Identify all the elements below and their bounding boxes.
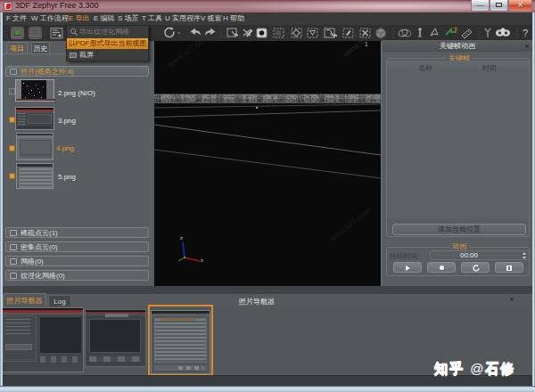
svg-text:?: ? <box>523 28 528 38</box>
svg-text:x: x <box>201 257 203 263</box>
svg-text:z: z <box>180 235 183 241</box>
